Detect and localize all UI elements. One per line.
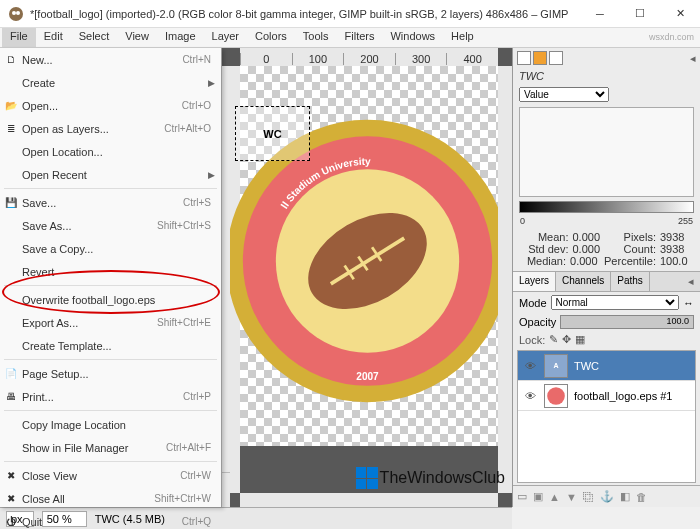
dock-tab-2[interactable] <box>533 51 547 65</box>
gimp-icon <box>8 6 24 22</box>
layer-name[interactable]: football_logo.eps #1 <box>574 390 672 402</box>
histogram-channel-select[interactable]: Value <box>519 87 609 102</box>
windows-logo-icon <box>356 467 378 489</box>
opacity-slider[interactable]: 100.0 <box>560 315 694 329</box>
open-icon: 📂 <box>4 99 18 113</box>
visibility-icon[interactable]: 👁 <box>522 390 538 402</box>
right-panel: ◂ TWC Value 0 255 Mean:0.000Pixels:3938 … <box>512 48 700 507</box>
close-icon: ✖ <box>4 469 18 483</box>
layers-toolbar: ▭ ▣ ▲ ▼ ⿻ ⚓ ◧ 🗑 <box>513 485 700 507</box>
separator <box>4 410 217 411</box>
lock-label: Lock: <box>519 334 545 346</box>
svg-point-0 <box>9 7 23 21</box>
lock-alpha-icon[interactable]: ▦ <box>575 333 585 346</box>
close-button[interactable]: ✕ <box>660 0 700 28</box>
menu-item-new[interactable]: 🗋New...Ctrl+N <box>0 48 221 71</box>
twc-text-layer[interactable]: WC <box>235 106 310 161</box>
dock-tab-3[interactable] <box>549 51 563 65</box>
duplicate-layer-icon[interactable]: ⿻ <box>583 491 594 503</box>
lock-position-icon[interactable]: ✥ <box>562 333 571 346</box>
menu-item-open-recent[interactable]: Open Recent▶ <box>0 163 221 186</box>
visibility-icon[interactable]: 👁 <box>522 360 538 372</box>
source-watermark: wsxdn.com <box>649 32 694 42</box>
layer-item-logo[interactable]: 👁 football_logo.eps #1 <box>518 381 695 411</box>
ruler-horizontal[interactable]: 0100200300400 <box>240 48 498 66</box>
menu-item-print[interactable]: 🖶Print...Ctrl+P <box>0 385 221 408</box>
separator <box>4 188 217 189</box>
menu-view[interactable]: View <box>117 28 157 47</box>
canvas-viewport[interactable]: ll Stadium University 2007 WC <box>240 66 498 493</box>
mask-icon[interactable]: ◧ <box>620 490 630 503</box>
menu-select[interactable]: Select <box>71 28 118 47</box>
menu-item-page-setup[interactable]: 📄Page Setup... <box>0 362 221 385</box>
raise-layer-icon[interactable]: ▲ <box>549 491 560 503</box>
menu-filters[interactable]: Filters <box>337 28 383 47</box>
tab-paths[interactable]: Paths <box>611 272 650 291</box>
layer-thumb <box>544 384 568 408</box>
menu-item-show-in-file-manager[interactable]: Show in File ManagerCtrl+Alt+F <box>0 436 221 459</box>
layer-group-icon[interactable]: ▣ <box>533 490 543 503</box>
menu-edit[interactable]: Edit <box>36 28 71 47</box>
svg-point-1 <box>12 11 16 15</box>
menu-windows[interactable]: Windows <box>382 28 443 47</box>
separator <box>4 285 217 286</box>
menu-item-save-copy[interactable]: Save a Copy... <box>0 237 221 260</box>
dock-menu-icon[interactable]: ◂ <box>690 52 696 65</box>
layers-tabs: Layers Channels Paths ◂ <box>513 271 700 292</box>
lower-layer-icon[interactable]: ▼ <box>566 491 577 503</box>
menu-file[interactable]: File <box>2 28 36 47</box>
titlebar: *[football_logo] (imported)-2.0 (RGB col… <box>0 0 700 28</box>
layer-list: 👁 A TWC 👁 football_logo.eps #1 <box>517 350 696 483</box>
layers-icon: ≣ <box>4 122 18 136</box>
histogram[interactable] <box>519 107 694 197</box>
merge-layer-icon[interactable]: ⚓ <box>600 490 614 503</box>
svg-point-13 <box>547 387 565 405</box>
menu-item-close-view[interactable]: ✖Close ViewCtrl+W <box>0 464 221 487</box>
layer-item-twc[interactable]: 👁 A TWC <box>518 351 695 381</box>
menu-item-open-location[interactable]: Open Location... <box>0 140 221 163</box>
canvas-image[interactable]: ll Stadium University 2007 WC <box>240 66 498 446</box>
menu-item-overwrite[interactable]: Overwrite football_logo.eps <box>0 288 221 311</box>
histogram-range[interactable]: 0 255 <box>519 201 694 213</box>
delete-layer-icon[interactable]: 🗑 <box>636 491 647 503</box>
lock-pixels-icon[interactable]: ✎ <box>549 333 558 346</box>
menu-item-revert[interactable]: Revert <box>0 260 221 283</box>
close-all-icon: ✖ <box>4 492 18 506</box>
image-label: TWC <box>513 68 700 84</box>
menubar: File Edit Select View Image Layer Colors… <box>0 28 700 48</box>
new-icon: 🗋 <box>4 53 18 67</box>
opacity-label: Opacity <box>519 316 556 328</box>
save-icon: 💾 <box>4 196 18 210</box>
new-layer-icon[interactable]: ▭ <box>517 490 527 503</box>
menu-colors[interactable]: Colors <box>247 28 295 47</box>
tab-layers[interactable]: Layers <box>513 272 556 291</box>
mode-switch-icon[interactable]: ↔ <box>683 297 694 309</box>
menu-item-create[interactable]: Create▶ <box>0 71 221 94</box>
thewindowsclub-watermark: TheWindowsClub <box>356 467 505 489</box>
dock-tab-1[interactable] <box>517 51 531 65</box>
menu-item-open[interactable]: 📂Open...Ctrl+O <box>0 94 221 117</box>
blend-mode-select[interactable]: Normal <box>551 295 679 310</box>
menu-item-export-as[interactable]: Export As...Shift+Ctrl+E <box>0 311 221 334</box>
menu-item-close-all[interactable]: ✖Close AllShift+Ctrl+W <box>0 487 221 510</box>
menu-item-create-template[interactable]: Create Template... <box>0 334 221 357</box>
scrollbar-horizontal[interactable] <box>240 493 498 507</box>
layer-name[interactable]: TWC <box>574 360 599 372</box>
maximize-button[interactable]: ☐ <box>620 0 660 28</box>
menu-item-open-as-layers[interactable]: ≣Open as Layers...Ctrl+Alt+O <box>0 117 221 140</box>
chevron-right-icon: ▶ <box>208 170 215 180</box>
menu-item-copy-location[interactable]: Copy Image Location <box>0 413 221 436</box>
menu-item-save[interactable]: 💾Save...Ctrl+S <box>0 191 221 214</box>
menu-item-save-as[interactable]: Save As...Shift+Ctrl+S <box>0 214 221 237</box>
separator <box>4 461 217 462</box>
tab-channels[interactable]: Channels <box>556 272 611 291</box>
menu-item-quit[interactable]: ⏻QuitCtrl+Q <box>0 510 221 529</box>
minimize-button[interactable]: ─ <box>580 0 620 28</box>
menu-layer[interactable]: Layer <box>204 28 248 47</box>
separator <box>4 359 217 360</box>
menu-help[interactable]: Help <box>443 28 482 47</box>
dock-menu-icon[interactable]: ◂ <box>682 272 700 291</box>
menu-tools[interactable]: Tools <box>295 28 337 47</box>
menu-image[interactable]: Image <box>157 28 204 47</box>
scrollbar-vertical[interactable] <box>498 66 512 493</box>
